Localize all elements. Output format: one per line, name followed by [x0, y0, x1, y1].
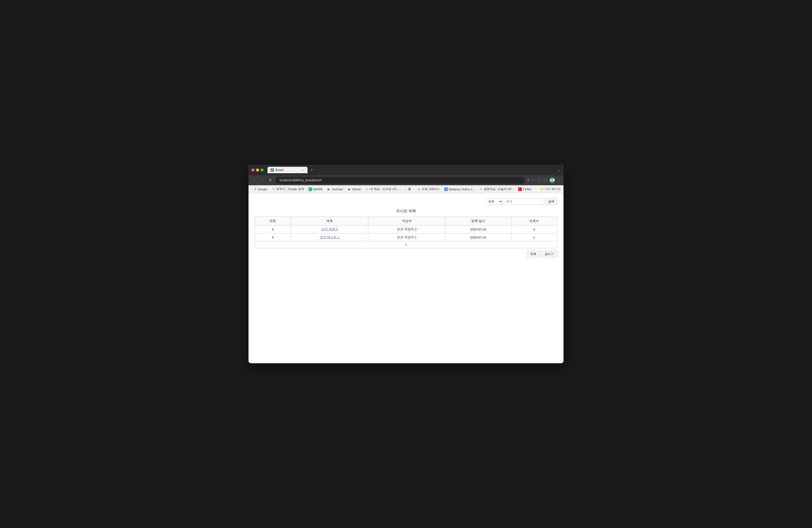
bookmark-tving-label: TVING — [523, 188, 532, 191]
bookmark-github-label: GitHub — [352, 188, 361, 191]
search-button[interactable]: 검색 — [545, 198, 557, 205]
bookmark-inflearn[interactable]: 인 내 학습 - 인프런 | 마... — [363, 187, 401, 192]
more-icon[interactable]: ⋮ — [557, 178, 561, 182]
other-bookmarks[interactable]: 📁 기타 북마크 — [540, 187, 561, 191]
bookmark-baekjoon[interactable]: B Baekjoon Online J... — [442, 187, 477, 192]
bookmark-home-label: 홈 — [408, 187, 411, 191]
tab-title: Board — [276, 168, 284, 172]
col-number: 번호 — [255, 217, 291, 225]
row2-title: 조건 테스트 1 — [291, 234, 368, 241]
row1-date: 2023-07-16 — [445, 225, 511, 234]
bookmarks-bar: G Google 번 번역기 - Google 검색 N NAVER ▶ You… — [248, 185, 564, 193]
list-button[interactable]: 목록 — [526, 251, 540, 258]
row1-author: 조건 작성자 2 — [368, 225, 446, 234]
col-author: 작성자 — [368, 217, 446, 225]
bookmark-home[interactable]: ⌂ 홈 — [402, 187, 413, 192]
table-header: 번호 제목 작성자 등록 일시 조회수 — [255, 217, 557, 225]
back-button[interactable]: ‹ — [251, 177, 258, 183]
row2-views: 1 — [511, 234, 557, 241]
bookmark-separator — [414, 187, 414, 191]
write-button[interactable]: 글쓰기 — [541, 251, 557, 258]
tab-favicon: B — [271, 168, 274, 172]
title-bar: B Board × + ⌄ — [248, 165, 564, 175]
active-tab[interactable]: B Board × — [267, 167, 307, 173]
extensions-icon[interactable]: ⬛ — [537, 178, 541, 182]
new-tab-button[interactable]: + — [308, 167, 315, 173]
row2-title-link[interactable]: 조건 테스트 1 — [320, 235, 339, 239]
maximize-button[interactable] — [261, 168, 263, 172]
table-row: 5 조건 테스트 1 조건 작성자 1 2023-07-16 1 — [255, 234, 557, 241]
address-input[interactable] — [276, 177, 525, 184]
bookmark-papago[interactable]: 번 번역기 - Google 검색 — [270, 187, 306, 192]
forward-button[interactable]: › — [260, 177, 265, 183]
minimize-button[interactable] — [256, 168, 259, 172]
github-favicon: ◉ — [348, 188, 351, 191]
bookmark-papago-label: 번역기 - Google 검색 — [276, 187, 304, 191]
bookmark-google-label: Google — [258, 188, 267, 191]
bookmark-youtube[interactable]: ▶ YouTube — [325, 187, 345, 192]
page-1-link[interactable]: 1 — [405, 243, 407, 247]
other-bookmarks-label: 기타 북마크 — [545, 187, 561, 191]
bookmark-baekjoon-label: Baekjoon Online J... — [449, 188, 475, 191]
sidebar-icon[interactable]: ⬛ — [543, 178, 548, 182]
page-content: 제목 작성자 내용 검색 게시판 목록 번호 제목 작성자 등록 일시 조회수 — [248, 193, 564, 363]
share-icon[interactable]: ⬆ — [527, 178, 530, 182]
bookmark-tving[interactable]: T TVING — [516, 187, 534, 192]
tving-favicon: T — [518, 188, 522, 191]
table-body: 6 조건 제목 2 조건 작성자 2 2023-07-16 2 5 조건 테스트… — [255, 225, 557, 248]
board-table: 번호 제목 작성자 등록 일시 조회수 6 조건 제목 2 조건 작성자 2 2… — [255, 217, 557, 248]
browser-window: B Board × + ⌄ ‹ › ↻ ⬆ ☆ ⬛ ⬛ 등록 ⋮ G Googl… — [248, 165, 564, 363]
bookmark-inflearn-label: 내 학습 - 인프런 | 마... — [370, 187, 399, 191]
board-title: 게시판 목록 — [255, 209, 557, 214]
row2-number: 5 — [255, 234, 291, 241]
window-control-right[interactable]: ⌄ — [557, 168, 561, 172]
search-area: 제목 작성자 내용 검색 — [255, 198, 557, 205]
address-bar: ‹ › ↻ ⬆ ☆ ⬛ ⬛ 등록 ⋮ — [248, 175, 564, 185]
search-input[interactable] — [504, 198, 544, 205]
bottom-actions: 목록 글쓰기 — [255, 251, 557, 258]
baekjoon-favicon: B — [444, 188, 448, 191]
row1-number: 6 — [255, 225, 291, 234]
bookmark-naver-label: NAVER — [313, 188, 323, 191]
bookmark-saengmyeong[interactable]: 생 생명의삶 : 오늘의 QT... — [477, 187, 516, 192]
table-header-row: 번호 제목 작성자 등록 일시 조회수 — [255, 217, 557, 225]
row2-author: 조건 작성자 1 — [368, 234, 446, 241]
google-favicon: G — [253, 188, 257, 191]
other-bookmarks-icon: 📁 — [540, 188, 544, 191]
search-type-select[interactable]: 제목 작성자 내용 — [485, 198, 503, 205]
bookmark-naver[interactable]: N NAVER — [306, 187, 325, 192]
table-row: 6 조건 제목 2 조건 작성자 2 2023-07-16 2 — [255, 225, 557, 234]
bookmark-youtube-label: YouTube — [332, 188, 343, 191]
row2-date: 2023-07-16 — [445, 234, 511, 241]
programmers-favicon: ◈ — [417, 188, 421, 191]
saengmyeong-favicon: 생 — [479, 188, 482, 191]
col-title: 제목 — [291, 217, 368, 225]
naver-favicon: N — [308, 188, 312, 191]
bookmark-programmers[interactable]: ◈ 프로그래머스 — [415, 187, 442, 192]
pagination-cell: 1 — [255, 241, 557, 248]
tab-bar: B Board × + — [267, 167, 555, 173]
reload-button[interactable]: ↻ — [267, 177, 274, 183]
bookmark-github[interactable]: ◉ GitHub — [346, 187, 363, 192]
close-button[interactable] — [251, 168, 255, 172]
row1-title: 조건 제목 2 — [291, 225, 368, 234]
address-actions: ⬆ ☆ ⬛ ⬛ 등록 ⋮ — [527, 177, 561, 183]
col-views: 조회수 — [511, 217, 557, 225]
traffic-lights — [251, 168, 263, 172]
bookmark-google[interactable]: G Google — [251, 187, 269, 192]
home-favicon: ⌂ — [404, 188, 407, 191]
tab-close-button[interactable]: × — [303, 168, 304, 172]
papago-favicon: 번 — [272, 188, 275, 191]
row1-views: 2 — [511, 225, 557, 234]
profile-button[interactable]: 등록 — [550, 177, 555, 183]
pagination-row: 1 — [255, 241, 557, 248]
col-date: 등록 일시 — [445, 217, 511, 225]
youtube-favicon: ▶ — [327, 188, 331, 191]
bookmark-saengmyeong-label: 생명의삶 : 오늘의 QT... — [483, 187, 514, 191]
bookmark-icon[interactable]: ☆ — [532, 178, 535, 182]
inflearn-favicon: 인 — [365, 188, 369, 191]
row1-title-link[interactable]: 조건 제목 2 — [321, 228, 338, 231]
bookmark-programmers-label: 프로그래머스 — [422, 187, 440, 191]
